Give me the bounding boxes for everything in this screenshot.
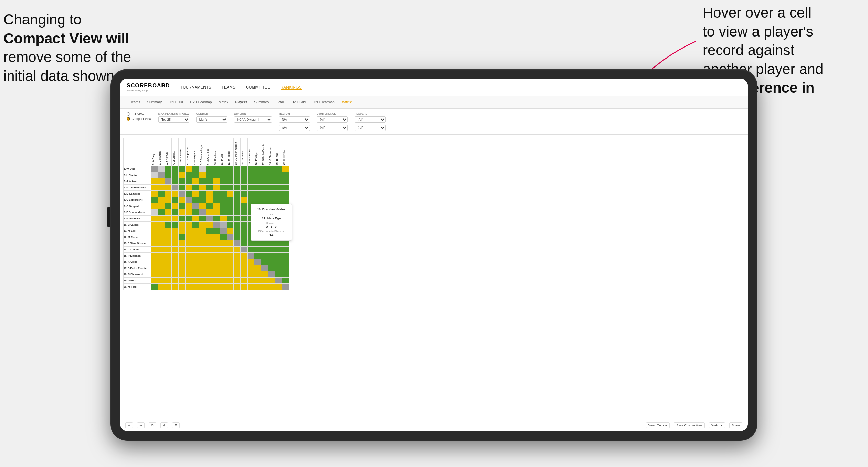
redo-button[interactable]: ↪: [137, 422, 145, 428]
matrix-cell[interactable]: [213, 166, 220, 172]
division-select[interactable]: NCAA Division I: [234, 116, 272, 123]
matrix-cell[interactable]: [199, 247, 206, 253]
settings-button[interactable]: ⚙: [172, 422, 180, 428]
matrix-cell[interactable]: [241, 259, 248, 265]
matrix-cell[interactable]: [234, 203, 241, 209]
matrix-cell[interactable]: [234, 271, 241, 278]
region-select2[interactable]: N/A: [279, 125, 310, 131]
matrix-cell[interactable]: [227, 278, 234, 284]
matrix-cell[interactable]: [220, 185, 227, 191]
matrix-cell[interactable]: [206, 247, 213, 253]
matrix-cell[interactable]: [199, 222, 206, 228]
matrix-cell[interactable]: [165, 271, 172, 278]
matrix-cell[interactable]: [227, 222, 234, 228]
matrix-cell[interactable]: [151, 191, 158, 197]
matrix-cell[interactable]: [248, 185, 254, 191]
matrix-cell[interactable]: [268, 278, 275, 284]
matrix-cell[interactable]: [227, 259, 234, 265]
matrix-cell[interactable]: [151, 203, 158, 209]
matrix-cell[interactable]: [241, 197, 248, 203]
matrix-cell[interactable]: [241, 253, 248, 259]
matrix-cell[interactable]: [234, 172, 241, 178]
matrix-cell[interactable]: [158, 216, 165, 222]
matrix-cell[interactable]: [158, 271, 165, 278]
matrix-cell[interactable]: [186, 228, 192, 234]
compact-view-radio[interactable]: Compact View: [127, 117, 151, 121]
matrix-cell[interactable]: [213, 253, 220, 259]
matrix-cell[interactable]: [186, 203, 192, 209]
matrix-container[interactable]: 1. W Ding 2. L Clanton 3. J Koivun 4. M …: [120, 135, 748, 419]
matrix-cell[interactable]: [151, 271, 158, 278]
full-view-input[interactable]: [127, 112, 130, 116]
matrix-cell[interactable]: [165, 185, 172, 191]
matrix-cell[interactable]: [234, 185, 241, 191]
nav-committee[interactable]: COMMITTEE: [246, 85, 270, 90]
nav-teams[interactable]: TEAMS: [222, 85, 236, 90]
matrix-cell[interactable]: [275, 191, 282, 197]
matrix-cell[interactable]: [213, 240, 220, 247]
matrix-cell[interactable]: [234, 278, 241, 284]
matrix-cell[interactable]: [206, 197, 213, 203]
matrix-cell[interactable]: [199, 216, 206, 222]
matrix-cell[interactable]: [268, 265, 275, 271]
matrix-cell[interactable]: [220, 222, 227, 228]
nav-tournaments[interactable]: TOURNAMENTS: [180, 85, 211, 90]
matrix-cell[interactable]: [172, 247, 179, 253]
matrix-cell[interactable]: [268, 185, 275, 191]
matrix-cell[interactable]: [234, 166, 241, 172]
matrix-cell[interactable]: [199, 259, 206, 265]
matrix-cell[interactable]: [186, 247, 192, 253]
subnav-h2h-heatmap2[interactable]: H2H Heatmap: [309, 96, 338, 108]
matrix-cell[interactable]: [261, 191, 268, 197]
matrix-cell[interactable]: [213, 228, 220, 234]
matrix-cell[interactable]: [206, 216, 213, 222]
matrix-cell[interactable]: [254, 247, 261, 253]
matrix-cell[interactable]: [234, 209, 241, 216]
matrix-cell[interactable]: [151, 265, 158, 271]
matrix-cell[interactable]: [254, 185, 261, 191]
matrix-cell[interactable]: [261, 253, 268, 259]
matrix-cell[interactable]: [254, 240, 261, 247]
matrix-cell[interactable]: [282, 265, 289, 271]
matrix-cell[interactable]: [220, 284, 227, 290]
matrix-cell[interactable]: [172, 203, 179, 209]
matrix-cell[interactable]: [261, 172, 268, 178]
matrix-cell[interactable]: [158, 209, 165, 216]
matrix-cell[interactable]: [186, 240, 192, 247]
matrix-cell[interactable]: [282, 253, 289, 259]
share-button[interactable]: Share: [729, 422, 742, 428]
matrix-cell[interactable]: [165, 253, 172, 259]
matrix-cell[interactable]: [192, 240, 199, 247]
matrix-cell[interactable]: [220, 166, 227, 172]
matrix-cell[interactable]: [179, 259, 186, 265]
matrix-cell[interactable]: [172, 197, 179, 203]
matrix-cell[interactable]: [241, 172, 248, 178]
matrix-cell[interactable]: [206, 240, 213, 247]
zoom-button[interactable]: ⊕: [160, 422, 168, 428]
matrix-cell[interactable]: [186, 253, 192, 259]
matrix-cell[interactable]: [151, 209, 158, 216]
matrix-cell[interactable]: [151, 222, 158, 228]
matrix-cell[interactable]: [206, 203, 213, 209]
matrix-cell[interactable]: [199, 271, 206, 278]
matrix-cell[interactable]: [151, 178, 158, 185]
matrix-cell[interactable]: [206, 271, 213, 278]
subnav-matrix[interactable]: Matrix: [215, 96, 231, 108]
matrix-cell[interactable]: [186, 166, 192, 172]
matrix-cell[interactable]: [179, 209, 186, 216]
matrix-cell[interactable]: [186, 265, 192, 271]
matrix-cell[interactable]: [282, 271, 289, 278]
matrix-cell[interactable]: [192, 253, 199, 259]
matrix-cell[interactable]: [248, 240, 254, 247]
subnav-teams[interactable]: Teams: [127, 96, 144, 108]
matrix-cell[interactable]: [282, 278, 289, 284]
matrix-cell[interactable]: [234, 234, 241, 240]
matrix-cell[interactable]: [248, 284, 254, 290]
matrix-cell[interactable]: [282, 259, 289, 265]
matrix-cell[interactable]: [186, 209, 192, 216]
matrix-cell[interactable]: [192, 203, 199, 209]
matrix-cell[interactable]: [206, 284, 213, 290]
matrix-cell[interactable]: [199, 253, 206, 259]
matrix-cell[interactable]: [241, 265, 248, 271]
matrix-cell[interactable]: [248, 253, 254, 259]
